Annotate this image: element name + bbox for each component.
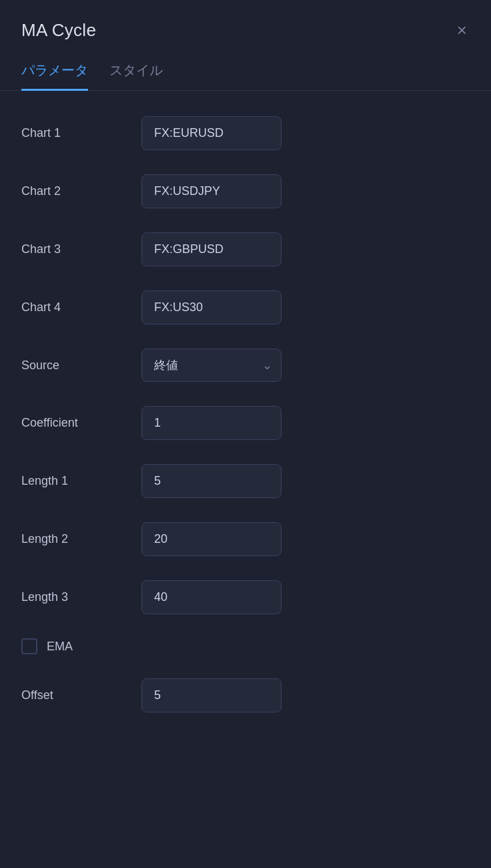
length2-label: Length 2 (21, 532, 128, 546)
close-button[interactable]: × (454, 19, 470, 41)
chart1-input[interactable] (141, 116, 282, 150)
length3-input[interactable] (141, 580, 282, 614)
length1-label: Length 1 (21, 474, 128, 488)
source-select[interactable]: 終値 始値 高値 安値 (141, 349, 282, 382)
offset-row: Offset (21, 666, 470, 724)
coefficient-input[interactable] (141, 406, 282, 440)
tab-bar: パラメータ スタイル (0, 55, 491, 91)
chart4-label: Chart 4 (21, 300, 128, 314)
length2-input[interactable] (141, 522, 282, 556)
chart1-label: Chart 1 (21, 126, 128, 140)
coefficient-row: Coefficient (21, 394, 470, 452)
length1-input[interactable] (141, 464, 282, 498)
chart1-row: Chart 1 (21, 104, 470, 162)
dialog: MA Cycle × パラメータ スタイル Chart 1 Chart 2 Ch… (0, 0, 491, 868)
chart3-row: Chart 3 (21, 220, 470, 278)
source-label: Source (21, 359, 128, 373)
coefficient-label: Coefficient (21, 416, 128, 430)
chart4-input[interactable] (141, 290, 282, 324)
chart2-row: Chart 2 (21, 162, 470, 220)
source-select-wrapper: 終値 始値 高値 安値 ⌄ (141, 349, 282, 382)
ema-row: EMA (21, 626, 470, 666)
chart2-label: Chart 2 (21, 184, 128, 198)
chart3-label: Chart 3 (21, 242, 128, 256)
dialog-title: MA Cycle (21, 20, 96, 41)
offset-input[interactable] (141, 678, 282, 712)
tab-params[interactable]: パラメータ (21, 55, 88, 91)
chart4-row: Chart 4 (21, 278, 470, 337)
dialog-header: MA Cycle × (0, 0, 491, 55)
params-panel: Chart 1 Chart 2 Chart 3 Chart 4 Source 終… (0, 91, 491, 746)
length3-label: Length 3 (21, 590, 128, 604)
ema-label: EMA (47, 640, 73, 654)
source-row: Source 終値 始値 高値 安値 ⌄ (21, 337, 470, 394)
ema-checkbox[interactable] (21, 638, 37, 654)
tab-style[interactable]: スタイル (109, 55, 163, 91)
chart2-input[interactable] (141, 174, 282, 208)
length1-row: Length 1 (21, 452, 470, 510)
offset-label: Offset (21, 688, 128, 702)
chart3-input[interactable] (141, 232, 282, 266)
length2-row: Length 2 (21, 510, 470, 568)
length3-row: Length 3 (21, 568, 470, 626)
